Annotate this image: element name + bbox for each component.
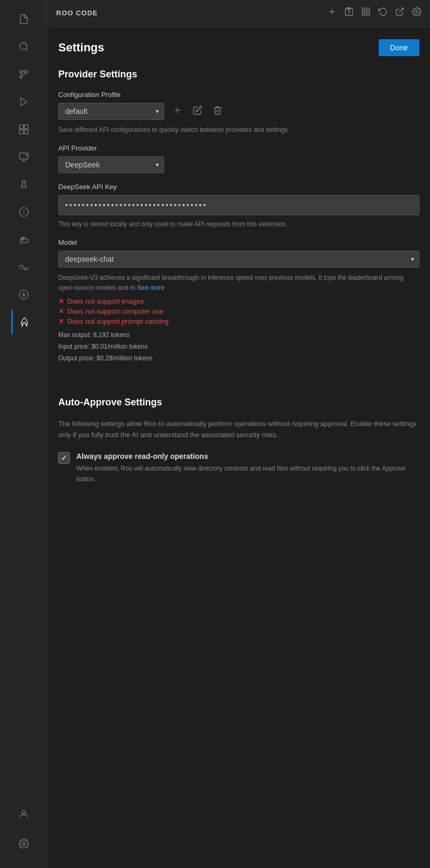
read-only-checkbox-content: Always approve read-only operations When…: [76, 451, 419, 484]
svg-rect-18: [23, 237, 25, 239]
add-icon[interactable]: [327, 7, 337, 19]
chart-bar-icon[interactable]: [11, 282, 37, 307]
warning-text-images: Does not support images: [67, 297, 144, 305]
svg-rect-33: [362, 13, 365, 15]
warning-item-prompt-caching: ✕ Does not support prompt caching: [58, 317, 419, 325]
auto-approve-section: Auto-Approve Settings The following sett…: [58, 397, 419, 484]
edit-profile-button[interactable]: [191, 103, 204, 120]
topbar-icons: [327, 7, 422, 19]
clipboard-icon[interactable]: [344, 7, 354, 19]
config-profile-select[interactable]: default: [58, 103, 164, 120]
checkmark-icon: ✓: [61, 454, 67, 462]
done-button[interactable]: Done: [379, 39, 419, 56]
run-debug-icon[interactable]: [11, 89, 37, 114]
api-provider-label: API Provider: [58, 144, 419, 152]
svg-rect-32: [367, 8, 370, 11]
model-description: DeepSeek-V3 achieves a significant break…: [58, 273, 419, 293]
svg-point-3: [20, 76, 22, 78]
remote-explorer-icon[interactable]: [11, 144, 37, 170]
svg-point-11: [25, 154, 27, 156]
model-field: Model deepseek-chat deepseek-coder deeps…: [58, 238, 419, 364]
svg-rect-9: [24, 130, 28, 134]
history-icon[interactable]: [378, 7, 388, 19]
account-icon[interactable]: [11, 801, 37, 827]
rocket-icon[interactable]: [11, 309, 37, 335]
auto-approve-title: Auto-Approve Settings: [58, 397, 419, 408]
input-price-stat: Input price: $0.01/million tokens: [58, 341, 419, 353]
api-provider-field: API Provider DeepSeek OpenAI Anthropic G…: [58, 144, 419, 173]
model-warnings: ✕ Does not support images ✕ Does not sup…: [58, 297, 419, 325]
search-sidebar-icon[interactable]: [11, 34, 37, 59]
read-only-checkbox-label: Always approve read-only operations: [76, 451, 419, 462]
waves-icon[interactable]: [11, 254, 37, 280]
output-price-stat: Output price: $0.28/million tokens: [58, 353, 419, 365]
gear-topbar-icon[interactable]: [412, 7, 422, 19]
svg-rect-6: [19, 125, 23, 129]
provider-settings-title: Provider Settings: [58, 69, 419, 80]
svg-point-24: [22, 843, 25, 845]
config-profile-row: default ▾: [58, 103, 419, 120]
api-key-field: DeepSeek API Key This key is stored loca…: [58, 183, 419, 229]
svg-point-2: [20, 70, 22, 73]
settings-title: Settings: [58, 41, 104, 55]
delete-profile-button[interactable]: [211, 103, 225, 120]
svg-point-23: [22, 810, 25, 814]
x-icon-images: ✕: [58, 297, 64, 305]
svg-rect-7: [24, 125, 28, 129]
config-profile-helper: Save different API configurations to qui…: [58, 125, 419, 135]
info-circle-icon[interactable]: [11, 199, 37, 225]
warning-item-images: ✕ Does not support images: [58, 297, 419, 305]
svg-marker-5: [21, 98, 27, 106]
svg-point-36: [416, 11, 418, 13]
add-profile-button[interactable]: [171, 103, 184, 120]
docker-icon[interactable]: [11, 227, 37, 252]
svg-line-35: [399, 8, 404, 12]
svg-rect-31: [362, 8, 365, 11]
svg-rect-19: [21, 239, 23, 241]
svg-point-4: [25, 70, 28, 73]
flask-icon[interactable]: [11, 172, 37, 197]
api-key-label: DeepSeek API Key: [58, 183, 419, 191]
external-link-icon[interactable]: [395, 7, 405, 19]
svg-rect-10: [19, 153, 28, 160]
api-key-input[interactable]: [58, 195, 419, 215]
config-profile-select-wrapper: default ▾: [58, 103, 164, 120]
config-profile-label: Configuration Profile: [58, 91, 419, 99]
auto-approve-description: The following settings allow Roo to auto…: [58, 419, 419, 441]
api-provider-select[interactable]: DeepSeek OpenAI Anthropic Google: [58, 156, 164, 173]
warning-text-computer-use: Does not support computer use: [67, 307, 163, 315]
provider-settings-section: Provider Settings Configuration Profile …: [58, 69, 419, 364]
svg-line-1: [25, 49, 28, 51]
main-panel: ROO CODE Settings D: [48, 0, 430, 868]
max-output-stat: Max output: 8,192 tokens: [58, 330, 419, 341]
read-only-checkbox-item: ✓ Always approve read-only operations Wh…: [58, 451, 419, 484]
warning-item-computer-use: ✕ Does not support computer use: [58, 307, 419, 315]
read-only-checkbox[interactable]: ✓: [58, 452, 70, 464]
model-select[interactable]: deepseek-chat deepseek-coder deepseek-re…: [58, 251, 419, 268]
api-key-helper: This key is stored locally and only used…: [58, 219, 419, 229]
settings-header: Settings Done: [58, 39, 419, 56]
topbar: ROO CODE: [48, 0, 430, 26]
extensions-icon[interactable]: [11, 117, 37, 142]
section-spacer: [58, 374, 419, 395]
settings-bottom-icon[interactable]: [11, 831, 37, 856]
warning-text-prompt-caching: Does not support prompt caching: [67, 317, 169, 325]
see-more-link[interactable]: See more: [137, 284, 165, 291]
model-select-wrapper: deepseek-chat deepseek-coder deepseek-re…: [58, 251, 419, 268]
api-provider-select-wrapper: DeepSeek OpenAI Anthropic Google ▾: [58, 156, 164, 173]
svg-rect-17: [21, 237, 23, 239]
model-stats: Max output: 8,192 tokens Input price: $0…: [58, 330, 419, 364]
read-only-checkbox-desc: When enabled, Roo will automatically vie…: [76, 464, 419, 484]
svg-rect-34: [367, 13, 370, 15]
app-title: ROO CODE: [56, 9, 98, 17]
grid-icon[interactable]: [361, 7, 371, 19]
x-icon-prompt-caching: ✕: [58, 317, 64, 325]
sidebar: [0, 0, 48, 868]
config-profile-field: Configuration Profile default ▾: [58, 91, 419, 135]
settings-content: Settings Done Provider Settings Configur…: [48, 26, 430, 868]
x-icon-computer-use: ✕: [58, 307, 64, 315]
svg-rect-8: [19, 130, 23, 134]
source-control-icon[interactable]: [11, 61, 37, 87]
files-icon[interactable]: [11, 6, 37, 32]
model-label: Model: [58, 238, 419, 246]
